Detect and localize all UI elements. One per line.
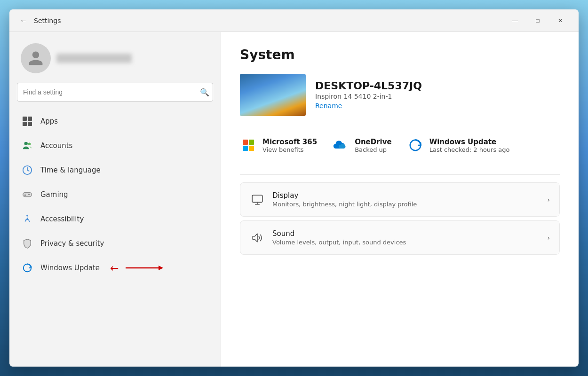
accessibility-icon [21, 212, 34, 226]
sidebar-item-label-privacy: Privacy & security [40, 239, 104, 248]
rename-link[interactable]: Rename [315, 102, 342, 110]
quick-action-onedrive[interactable]: OneDrive Backed up [332, 137, 392, 154]
svg-marker-16 [159, 266, 163, 270]
display-title: Display [272, 191, 540, 200]
device-name: DESKTOP-4L537JQ [315, 80, 422, 92]
search-button[interactable]: 🔍 [200, 88, 209, 97]
window-controls: — □ ✕ [504, 13, 571, 28]
apps-icon [21, 115, 34, 128]
svg-rect-7 [23, 192, 32, 196]
quick-actions: Microsoft 365 View benefits OneDrive [240, 129, 560, 161]
sidebar-item-label-gaming: Gaming [40, 190, 68, 199]
sound-icon [250, 230, 265, 245]
nav-items: Apps Accounts [9, 109, 221, 280]
sound-desc: Volume levels, output, input, sound devi… [272, 239, 540, 246]
ms365-subtitle: View benefits [262, 146, 317, 153]
back-button[interactable]: ← [17, 14, 30, 28]
setting-cards: Display Monitors, brightness, night ligh… [240, 182, 560, 255]
svg-rect-18 [252, 195, 262, 202]
device-image-inner [240, 74, 306, 116]
settings-window: ← Settings — □ ✕ 🔍 [9, 9, 579, 367]
svg-marker-21 [253, 234, 257, 242]
accounts-icon [21, 139, 34, 152]
sidebar: 🔍 Apps [9, 32, 221, 367]
sound-chevron: › [547, 234, 550, 242]
avatar [21, 43, 51, 73]
minimize-button[interactable]: — [504, 13, 526, 28]
search-box: 🔍 [17, 83, 213, 102]
svg-rect-1 [28, 117, 32, 121]
user-icon [27, 50, 44, 67]
username [56, 54, 132, 63]
maximize-button[interactable]: □ [527, 13, 548, 28]
svg-point-12 [29, 194, 30, 195]
winupdate-subtitle: Last checked: 2 hours ago [429, 146, 510, 153]
red-arrow-line [126, 264, 163, 272]
ms365-title: Microsoft 365 [262, 138, 317, 146]
gaming-icon [21, 188, 34, 201]
window-title: Settings [34, 17, 504, 24]
ms365-info: Microsoft 365 View benefits [262, 138, 317, 153]
ms365-icon [240, 137, 257, 154]
sidebar-item-label-accessibility: Accessibility [40, 215, 84, 223]
winupdate-info: Windows Update Last checked: 2 hours ago [429, 138, 510, 153]
display-text: Display Monitors, brightness, night ligh… [272, 191, 540, 208]
sidebar-item-gaming[interactable]: Gaming [13, 182, 217, 207]
device-model: Inspiron 14 5410 2-in-1 [315, 93, 422, 100]
sidebar-item-privacy-security[interactable]: Privacy & security [13, 231, 217, 256]
display-chevron: › [547, 196, 550, 204]
svg-rect-0 [23, 117, 27, 121]
display-desc: Monitors, brightness, night light, displ… [272, 201, 540, 208]
red-arrow-annotation: ← [110, 262, 119, 274]
sidebar-item-accessibility[interactable]: Accessibility [13, 207, 217, 231]
close-button[interactable]: ✕ [549, 13, 571, 28]
sidebar-item-windows-update[interactable]: Windows Update ← [13, 256, 217, 280]
user-section [9, 39, 221, 83]
winupdate-title: Windows Update [429, 138, 510, 146]
svg-rect-2 [23, 122, 27, 126]
sidebar-item-label-time: Time & language [40, 166, 101, 174]
sidebar-item-label-accounts: Accounts [40, 141, 72, 150]
svg-point-13 [26, 215, 28, 217]
sidebar-item-time-language[interactable]: Time & language [13, 158, 217, 182]
sidebar-item-label-update: Windows Update [40, 264, 100, 272]
setting-card-sound[interactable]: Sound Volume levels, output, input, soun… [240, 220, 560, 255]
main-content: 🔍 Apps [9, 32, 579, 367]
title-bar: ← Settings — □ ✕ [9, 9, 579, 32]
setting-card-display[interactable]: Display Monitors, brightness, night ligh… [240, 182, 560, 217]
onedrive-info: OneDrive Backed up [355, 138, 392, 153]
svg-point-5 [28, 143, 31, 146]
winupdate-icon [407, 137, 424, 154]
divider [240, 174, 560, 175]
device-info: DESKTOP-4L537JQ Inspiron 14 5410 2-in-1 … [315, 80, 422, 110]
search-input[interactable] [17, 83, 213, 102]
svg-rect-3 [28, 122, 32, 126]
page-title: System [240, 47, 560, 63]
quick-action-ms365[interactable]: Microsoft 365 View benefits [240, 137, 317, 154]
svg-point-4 [24, 142, 28, 145]
device-card: DESKTOP-4L537JQ Inspiron 14 5410 2-in-1 … [240, 74, 560, 116]
device-image [240, 74, 306, 116]
sidebar-item-apps[interactable]: Apps [13, 109, 217, 133]
time-icon [21, 164, 34, 177]
display-icon [250, 192, 265, 207]
sidebar-item-label-apps: Apps [40, 117, 58, 125]
sound-title: Sound [272, 229, 540, 238]
sidebar-item-accounts[interactable]: Accounts [13, 133, 217, 158]
content-area: System DESKTOP-4L537JQ Inspiron 14 5410 … [221, 32, 579, 367]
onedrive-title: OneDrive [355, 138, 392, 146]
onedrive-subtitle: Backed up [355, 146, 392, 153]
sound-text: Sound Volume levels, output, input, soun… [272, 229, 540, 246]
privacy-icon [21, 237, 34, 250]
svg-point-11 [28, 194, 29, 195]
windows-update-icon [21, 261, 34, 274]
quick-action-winupdate[interactable]: Windows Update Last checked: 2 hours ago [407, 137, 510, 154]
onedrive-icon [332, 137, 349, 154]
